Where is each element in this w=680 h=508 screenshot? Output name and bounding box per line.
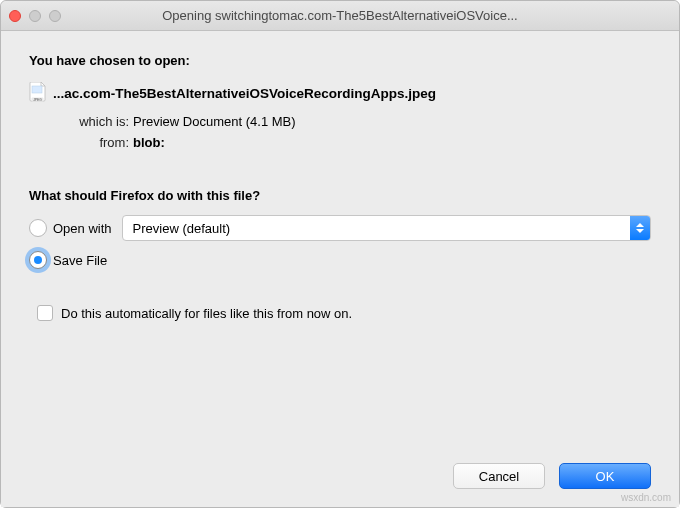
select-arrows-icon <box>630 216 650 240</box>
heading-chosen-to-open: You have chosen to open: <box>29 53 651 68</box>
svg-text:JPEG: JPEG <box>33 98 42 102</box>
which-is-label: which is: <box>49 114 129 129</box>
button-row: Cancel OK <box>29 443 651 495</box>
window-title: Opening switchingtomac.com-The5BestAlter… <box>1 8 679 23</box>
heading-what-should-firefox-do: What should Firefox do with this file? <box>29 188 651 203</box>
download-dialog: Opening switchingtomac.com-The5BestAlter… <box>0 0 680 508</box>
ok-button[interactable]: OK <box>559 463 651 489</box>
from-label: from: <box>49 135 129 150</box>
file-name: ...ac.com-The5BestAlternativeiOSVoiceRec… <box>53 86 436 101</box>
from-value: blob: <box>133 135 651 150</box>
cancel-button[interactable]: Cancel <box>453 463 545 489</box>
svg-rect-0 <box>32 86 42 93</box>
file-meta: which is: Preview Document (4.1 MB) from… <box>49 114 651 150</box>
maximize-window-button <box>49 10 61 22</box>
save-file-row: Save File <box>29 251 651 269</box>
ok-button-label: OK <box>596 469 615 484</box>
open-with-row: Open with Preview (default) <box>29 215 651 241</box>
save-file-radio[interactable] <box>29 251 47 269</box>
auto-checkbox-row: Do this automatically for files like thi… <box>37 305 651 321</box>
traffic-lights <box>9 10 61 22</box>
open-with-radio[interactable] <box>29 219 47 237</box>
titlebar: Opening switchingtomac.com-The5BestAlter… <box>1 1 679 31</box>
which-is-value: Preview Document (4.1 MB) <box>133 114 651 129</box>
open-with-app-select[interactable]: Preview (default) <box>122 215 651 241</box>
cancel-button-label: Cancel <box>479 469 519 484</box>
dialog-content: You have chosen to open: JPEG ...ac.com-… <box>1 31 679 507</box>
open-with-app-value: Preview (default) <box>133 221 231 236</box>
open-with-label: Open with <box>53 221 112 236</box>
file-row: JPEG ...ac.com-The5BestAlternativeiOSVoi… <box>29 82 651 104</box>
do-this-automatically-label: Do this automatically for files like thi… <box>61 306 352 321</box>
save-file-label: Save File <box>53 253 107 268</box>
do-this-automatically-checkbox[interactable] <box>37 305 53 321</box>
jpeg-file-icon: JPEG <box>29 82 47 104</box>
minimize-window-button <box>29 10 41 22</box>
close-window-button[interactable] <box>9 10 21 22</box>
